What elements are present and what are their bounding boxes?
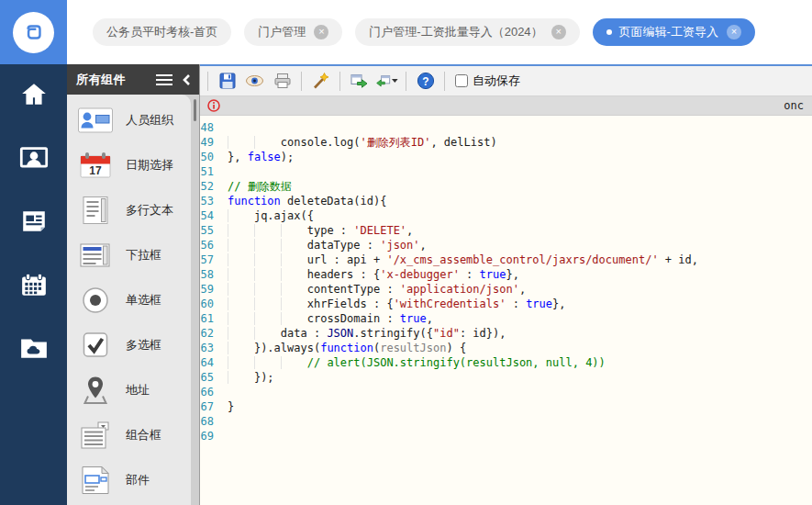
code-line[interactable]: 69 [200, 429, 812, 443]
code-line[interactable]: 51 [200, 164, 812, 179]
topbar: 公务员平时考核-首页 门户管理 × 门户管理-工资批量导入（2024） × 页面… [0, 0, 812, 64]
left-sidebar [0, 64, 67, 505]
code-line[interactable]: 56 dataType : 'json', [200, 238, 812, 252]
component-item-radio[interactable]: 单选框 [67, 277, 191, 322]
app-logo[interactable] [0, 0, 67, 64]
save-icon[interactable] [216, 70, 239, 93]
components-panel-body: 人员组织 17 日期选择 [67, 95, 199, 505]
line-number: 60 [200, 297, 228, 311]
line-number: 53 [200, 194, 228, 208]
person-org-icon [77, 105, 114, 136]
component-item-combo-box[interactable]: 组合框 [67, 412, 191, 457]
component-item-dropdown[interactable]: 下拉框 [67, 232, 191, 277]
component-item-multiline-text[interactable]: 多行文本 [67, 187, 191, 232]
tab-portal-manage[interactable]: 门户管理 × [244, 18, 342, 46]
code-line[interactable]: 59 contentType : 'application/json', [200, 282, 812, 297]
component-label: 部件 [126, 472, 150, 488]
code-line[interactable]: 48 [200, 120, 812, 135]
home-icon[interactable] [17, 78, 50, 111]
code-line[interactable]: 53function deleteData(id){ [200, 194, 812, 208]
code-line[interactable]: 60 xhrFields : {'withCredentials' : true… [200, 297, 812, 311]
component-item-widget[interactable]: 部件 [67, 457, 191, 502]
component-label: 组合框 [126, 427, 161, 443]
code-line[interactable]: 61 crossDomain : true, [200, 311, 812, 326]
active-dot-icon [606, 29, 612, 35]
tab-label: 公务员平时考核-首页 [106, 24, 217, 40]
multiline-text-icon [77, 195, 114, 226]
import-icon[interactable] [375, 70, 398, 93]
statusbar-function-name: onc [784, 99, 804, 112]
components-list: 人员组织 17 日期选择 [67, 95, 191, 505]
line-number: 62 [200, 326, 228, 341]
tab-page-edit-active[interactable]: 页面编辑-工资导入 × [593, 18, 755, 46]
code-line[interactable]: 65 }); [200, 370, 812, 385]
editor-toolbar: ? 自动保存 [200, 66, 812, 96]
code-line[interactable]: 64 // alert(JSON.stringify(resultJson, n… [200, 355, 812, 370]
help-icon[interactable]: ? [414, 70, 437, 93]
tab-salary-import[interactable]: 门户管理-工资批量导入（2024） × [355, 18, 579, 46]
tab-strip: 公务员平时考核-首页 门户管理 × 门户管理-工资批量导入（2024） × 页面… [93, 18, 755, 46]
widget-icon [77, 465, 114, 496]
autosave-label: 自动保存 [473, 73, 520, 89]
code-line[interactable]: 57 url : api + '/x_cms_assemble_control/… [200, 252, 812, 267]
code-line[interactable]: 55 type : 'DELETE', [200, 223, 812, 238]
code-line[interactable]: 67} [200, 399, 812, 414]
folder-cloud-icon[interactable] [17, 331, 50, 365]
close-icon[interactable]: × [551, 25, 566, 39]
close-icon[interactable]: × [727, 25, 741, 39]
code-line[interactable]: 50}, false); [200, 150, 812, 164]
main-area: 所有组件 人员组织 [0, 64, 812, 505]
code-line[interactable]: 52// 删除数据 [200, 179, 812, 194]
code-line[interactable]: 62 data : JSON.stringify({"id": id}), [200, 326, 812, 341]
components-panel-header: 所有组件 [67, 64, 199, 95]
line-number: 51 [200, 164, 228, 179]
menu-icon[interactable] [156, 74, 172, 85]
component-item-address[interactable]: 地址 [67, 367, 191, 412]
toolbar-separator [207, 72, 208, 91]
autosave-toggle[interactable]: 自动保存 [455, 73, 520, 89]
code-line[interactable]: 68 [200, 414, 812, 429]
code-line[interactable]: 58 headers : {'x-debugger' : true}, [200, 267, 812, 282]
tab-label: 门户管理 [258, 24, 306, 40]
autosave-checkbox[interactable] [455, 74, 468, 87]
collapse-chevron-icon[interactable] [181, 73, 192, 86]
component-label: 人员组织 [126, 112, 173, 129]
news-icon[interactable] [17, 205, 50, 238]
magic-wand-icon[interactable] [309, 70, 332, 93]
dropdown-caret-icon[interactable] [392, 78, 398, 84]
toolbar-separator [301, 72, 302, 91]
line-number: 59 [200, 282, 228, 297]
print-icon[interactable] [271, 70, 294, 93]
component-item-checkbox[interactable]: 多选框 [67, 322, 191, 367]
panel-title: 所有组件 [76, 72, 148, 88]
toolbar-separator [406, 72, 406, 91]
line-number: 65 [200, 370, 228, 385]
panel-scrollbar-thumb[interactable] [194, 99, 196, 121]
components-panel: 所有组件 人员组织 [67, 64, 200, 505]
component-label: 多选框 [126, 337, 161, 354]
line-number: 55 [200, 223, 228, 238]
line-number: 58 [200, 267, 228, 282]
code-area[interactable]: 4849 console.log('删除列表ID', delList)50}, … [200, 116, 812, 505]
tab-kaohe-home[interactable]: 公务员平时考核-首页 [93, 18, 231, 46]
radio-icon [77, 285, 114, 316]
user-monitor-icon[interactable] [17, 141, 50, 174]
line-number: 69 [200, 429, 228, 443]
code-editor-pane: ? 自动保存 onc 4849 console.log('删除列表ID', de… [200, 64, 812, 505]
preview-eye-icon[interactable] [243, 70, 266, 93]
component-label: 下拉框 [126, 247, 161, 264]
component-item-date-picker[interactable]: 17 日期选择 [67, 142, 191, 187]
line-number: 57 [200, 252, 228, 267]
calendar-icon[interactable] [17, 268, 50, 301]
code-line[interactable]: 54 jq.ajax({ [200, 208, 812, 223]
code-line[interactable]: 66 [200, 385, 812, 399]
code-line[interactable]: 63 }).always(function(resultJson) { [200, 341, 812, 355]
component-label: 日期选择 [126, 157, 173, 174]
export-icon[interactable] [348, 70, 371, 93]
code-line[interactable]: 49 console.log('删除列表ID', delList) [200, 135, 812, 150]
component-label: 地址 [126, 382, 150, 398]
close-icon[interactable]: × [314, 25, 328, 39]
component-item-person-org[interactable]: 人员组织 [67, 97, 191, 142]
error-info-icon[interactable] [207, 99, 220, 112]
line-number: 48 [200, 120, 228, 135]
